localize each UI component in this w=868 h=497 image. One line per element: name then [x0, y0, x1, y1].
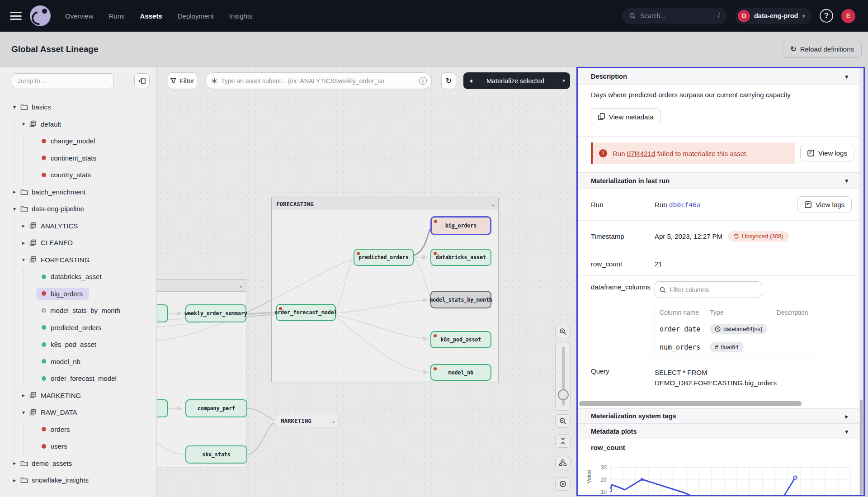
item-label: ANALYTICS — [41, 222, 78, 230]
asset-node-sku_stats[interactable]: sku_stats — [185, 445, 247, 464]
run-id-link[interactable]: db0cf46a — [669, 201, 701, 208]
caret-down-icon[interactable] — [20, 256, 27, 263]
caret-right-icon[interactable] — [11, 477, 18, 483]
avatar[interactable]: E — [841, 9, 855, 23]
asset-description-text: Days where predicted orders surpass our … — [591, 91, 791, 99]
sidebar-item-continent_stats[interactable]: continent_stats — [0, 150, 157, 167]
recenter-button[interactable] — [555, 477, 571, 491]
scrollbar-thumb[interactable] — [860, 400, 863, 495]
sidebar-item-users[interactable]: users — [0, 438, 157, 455]
asset-node-model_nb[interactable]: model_nb — [430, 364, 491, 381]
dagster-logo[interactable] — [30, 5, 51, 26]
sidebar-item-basics[interactable]: basics — [0, 99, 157, 116]
section-header-system-tags[interactable]: Materialization system tags — [578, 408, 860, 424]
sidebar-item-data-eng-pipeline[interactable]: data-eng-pipeline — [0, 200, 157, 218]
collapse-group-icon[interactable] — [491, 201, 495, 207]
sidebar-item-order_forecast_model[interactable]: order_forecast_model — [0, 370, 157, 387]
view-logs-button[interactable]: View logs — [797, 196, 852, 213]
nav-deployment[interactable]: Deployment — [178, 12, 214, 20]
sidebar-item-default[interactable]: default — [0, 116, 157, 133]
nav-assets[interactable]: Assets — [140, 12, 162, 20]
caret-right-icon[interactable] — [20, 240, 27, 246]
zoom-out-button[interactable] — [555, 414, 571, 428]
asset-group-collapsed-marketing[interactable]: MARKETING — [275, 414, 339, 427]
refresh-graph-button[interactable] — [441, 72, 456, 89]
view-metadata-button[interactable]: View metadata — [591, 108, 661, 125]
view-logs-button[interactable]: View logs — [800, 145, 854, 161]
expand-group-icon[interactable] — [332, 418, 335, 424]
sidebar-item-MARKETING[interactable]: MARKETING — [0, 387, 157, 404]
nav-overview[interactable]: Overview — [65, 12, 94, 20]
sidebar-item-ANALYTICS[interactable]: ANALYTICS — [0, 218, 157, 235]
lineage-graph-canvas[interactable]: FORECASTING MARKETING weekly_order_summa… — [157, 67, 576, 497]
sidebar-item-model_stats_by_month[interactable]: model_stats_by_month — [0, 302, 157, 319]
sidebar-item-snowflake_insights[interactable]: snowflake_insights — [0, 472, 157, 489]
hamburger-menu-icon[interactable] — [10, 12, 22, 20]
asset-subset-input[interactable] — [221, 77, 415, 85]
collapse-group-icon[interactable] — [239, 283, 242, 289]
materialize-dropdown-chevron[interactable]: ▾ — [557, 78, 570, 84]
sidebar-item-RAW_DATA[interactable]: RAW_DATA — [0, 404, 157, 421]
help-icon[interactable]: ? — [820, 9, 833, 23]
caret-down-icon[interactable] — [20, 409, 27, 416]
sidebar-item-FORECASTING[interactable]: FORECASTING — [0, 251, 157, 269]
section-header-metadata-plots[interactable]: Metadata plots — [578, 424, 860, 439]
caret-right-icon[interactable] — [11, 189, 18, 195]
asset-node-model_stats_by_month[interactable]: model_stats_by_month — [430, 291, 491, 308]
nav-insights[interactable]: Insights — [229, 12, 253, 20]
sidebar-item-predicted_orders[interactable]: predicted_orders — [0, 319, 157, 336]
caret-right-icon[interactable] — [20, 392, 27, 398]
sidebar-item-databricks_asset[interactable]: databricks_asset — [0, 268, 157, 285]
zoom-in-button[interactable] — [555, 325, 571, 338]
materialize-selected-button[interactable]: Materialize selected ▾ — [463, 72, 570, 89]
filter-button[interactable]: Filter — [168, 72, 197, 89]
collapse-all-groups-button[interactable] — [555, 434, 571, 448]
failed-run-link[interactable]: 07f4421d — [627, 150, 656, 157]
deployment-switcher[interactable]: D data-eng-prod — [735, 8, 811, 24]
asset-node-stub[interactable] — [157, 304, 168, 322]
search-input[interactable]: Search... / — [622, 8, 727, 24]
caret-right-icon[interactable] — [11, 460, 18, 466]
sidebar-item-change_model[interactable]: change_model — [0, 133, 157, 150]
asset-group-icon — [29, 408, 37, 417]
asset-node-predicted_orders[interactable]: predicted_orders — [354, 249, 414, 266]
asset-node-databricks_asset[interactable]: databricks_asset — [430, 249, 491, 266]
section-header-description[interactable]: Description — [578, 68, 860, 85]
asset-node-stub[interactable] — [157, 399, 168, 417]
asset-group-icon — [29, 120, 37, 128]
asset-node-big_orders[interactable]: big_orders — [430, 216, 491, 235]
nav-runs[interactable]: Runs — [109, 12, 125, 20]
sidebar-item-model_nb[interactable]: model_nb — [0, 353, 157, 370]
asset-node-k8s_pod_asset[interactable]: k8s_pod_asset — [430, 331, 491, 348]
sidebar-item-k8s_pod_asset[interactable]: k8s_pod_asset — [0, 336, 157, 353]
asset-node-order_forecast_model[interactable]: order_forecast_model — [276, 304, 336, 321]
sidebar-item-big_orders[interactable]: big_orders — [0, 285, 157, 303]
alert-text: Run 07f4421d failed to materialize this … — [613, 150, 748, 157]
sidebar-item-batch_enrichment[interactable]: batch_enrichment — [0, 184, 157, 201]
jump-to-input[interactable] — [12, 73, 114, 88]
graph-layout-button[interactable] — [555, 456, 571, 469]
sidebar-item-CLEANED[interactable]: CLEANED — [0, 234, 157, 251]
sidebar-item-demo_assets[interactable]: demo_assets — [0, 455, 157, 472]
caret-down-icon[interactable] — [11, 104, 18, 110]
folder-icon — [20, 103, 28, 111]
info-icon[interactable]: i — [419, 77, 427, 85]
panel-vertical-scrollbar[interactable] — [859, 68, 863, 495]
sidebar-item-country_stats[interactable]: country_stats — [0, 166, 157, 184]
scrollbar-thumb[interactable] — [579, 401, 802, 406]
item-label: model_stats_by_month — [50, 307, 120, 314]
filter-columns-input[interactable] — [655, 281, 762, 298]
zoom-slider[interactable] — [555, 342, 571, 411]
graph-toolbar: Filter i Materialize selected ▾ — [157, 67, 576, 94]
caret-down-icon[interactable] — [20, 121, 27, 127]
caret-down-icon[interactable] — [11, 206, 18, 212]
zoom-slider-handle[interactable] — [558, 389, 569, 400]
caret-right-icon[interactable] — [20, 222, 27, 229]
asset-node-company_perf[interactable]: company_perf — [185, 399, 247, 417]
reload-definitions-button[interactable]: Reload definitions — [783, 41, 862, 58]
section-header-last-run[interactable]: Materialization in last run — [578, 172, 860, 189]
horizontal-scrollbar[interactable] — [578, 400, 860, 407]
asset-node-weekly_order_summary[interactable]: weekly_order_summary — [185, 304, 246, 322]
sidebar-item-orders[interactable]: orders — [0, 421, 157, 438]
collapse-sidebar-button[interactable] — [134, 73, 150, 88]
